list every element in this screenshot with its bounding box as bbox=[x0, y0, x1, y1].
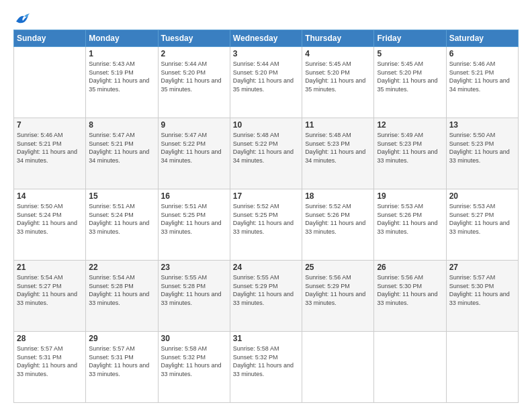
week-row-2: 14Sunrise: 5:50 AMSunset: 5:24 PMDayligh… bbox=[14, 189, 519, 261]
calendar-cell bbox=[302, 332, 374, 403]
calendar-cell: 27Sunrise: 5:57 AMSunset: 5:30 PMDayligh… bbox=[446, 261, 518, 332]
day-number: 24 bbox=[233, 263, 299, 272]
day-info: Sunrise: 5:45 AMSunset: 5:20 PMDaylight:… bbox=[305, 60, 371, 93]
day-number: 7 bbox=[17, 120, 83, 130]
weekday-header-thursday: Thursday bbox=[302, 30, 374, 47]
calendar-cell: 3Sunrise: 5:44 AMSunset: 5:20 PMDaylight… bbox=[230, 47, 302, 118]
calendar-cell: 28Sunrise: 5:57 AMSunset: 5:31 PMDayligh… bbox=[14, 332, 86, 403]
weekday-header-sunday: Sunday bbox=[14, 30, 86, 47]
day-info: Sunrise: 5:51 AMSunset: 5:24 PMDaylight:… bbox=[89, 202, 154, 236]
day-info: Sunrise: 5:53 AMSunset: 5:27 PMDaylight:… bbox=[449, 202, 515, 236]
day-number: 8 bbox=[89, 120, 154, 130]
calendar-cell: 13Sunrise: 5:50 AMSunset: 5:23 PMDayligh… bbox=[446, 118, 518, 189]
day-info: Sunrise: 5:57 AMSunset: 5:31 PMDaylight:… bbox=[89, 345, 154, 378]
calendar-cell: 22Sunrise: 5:54 AMSunset: 5:28 PMDayligh… bbox=[86, 261, 158, 332]
calendar-cell: 17Sunrise: 5:52 AMSunset: 5:25 PMDayligh… bbox=[230, 189, 302, 261]
calendar-cell: 8Sunrise: 5:47 AMSunset: 5:21 PMDaylight… bbox=[86, 118, 158, 189]
day-number: 29 bbox=[89, 334, 154, 343]
day-info: Sunrise: 5:51 AMSunset: 5:25 PMDaylight:… bbox=[161, 202, 227, 236]
day-number: 12 bbox=[377, 120, 443, 130]
day-info: Sunrise: 5:57 AMSunset: 5:30 PMDaylight:… bbox=[449, 273, 515, 307]
calendar-cell: 26Sunrise: 5:56 AMSunset: 5:30 PMDayligh… bbox=[374, 261, 446, 332]
day-info: Sunrise: 5:48 AMSunset: 5:22 PMDaylight:… bbox=[233, 131, 299, 165]
calendar-cell bbox=[374, 332, 446, 403]
weekday-header-row: SundayMondayTuesdayWednesdayThursdayFrid… bbox=[14, 30, 519, 47]
day-number: 22 bbox=[89, 263, 154, 272]
day-info: Sunrise: 5:54 AMSunset: 5:27 PMDaylight:… bbox=[17, 273, 83, 307]
day-number: 19 bbox=[377, 191, 443, 201]
calendar-cell: 29Sunrise: 5:57 AMSunset: 5:31 PMDayligh… bbox=[86, 332, 158, 403]
day-number: 14 bbox=[17, 191, 83, 201]
header bbox=[13, 12, 519, 24]
weekday-header-monday: Monday bbox=[86, 30, 158, 47]
day-number: 20 bbox=[449, 191, 515, 201]
weekday-header-saturday: Saturday bbox=[446, 30, 518, 47]
calendar-table: SundayMondayTuesdayWednesdayThursdayFrid… bbox=[13, 30, 519, 403]
calendar-cell: 10Sunrise: 5:48 AMSunset: 5:22 PMDayligh… bbox=[230, 118, 302, 189]
day-number: 6 bbox=[449, 49, 515, 58]
day-info: Sunrise: 5:45 AMSunset: 5:20 PMDaylight:… bbox=[377, 60, 443, 93]
day-number: 17 bbox=[233, 191, 299, 201]
week-row-3: 21Sunrise: 5:54 AMSunset: 5:27 PMDayligh… bbox=[14, 261, 519, 332]
day-number: 28 bbox=[17, 334, 83, 343]
day-info: Sunrise: 5:55 AMSunset: 5:28 PMDaylight:… bbox=[161, 273, 227, 307]
day-info: Sunrise: 5:56 AMSunset: 5:30 PMDaylight:… bbox=[377, 273, 443, 307]
day-number: 30 bbox=[161, 334, 227, 343]
calendar-cell: 23Sunrise: 5:55 AMSunset: 5:28 PMDayligh… bbox=[158, 261, 230, 332]
day-number: 25 bbox=[305, 263, 371, 272]
day-info: Sunrise: 5:52 AMSunset: 5:26 PMDaylight:… bbox=[305, 202, 371, 236]
day-number: 4 bbox=[305, 49, 371, 58]
calendar-cell: 25Sunrise: 5:56 AMSunset: 5:29 PMDayligh… bbox=[302, 261, 374, 332]
calendar-cell: 19Sunrise: 5:53 AMSunset: 5:26 PMDayligh… bbox=[374, 189, 446, 261]
day-info: Sunrise: 5:55 AMSunset: 5:29 PMDaylight:… bbox=[233, 273, 299, 307]
day-number: 13 bbox=[449, 120, 515, 130]
day-number: 10 bbox=[233, 120, 299, 130]
day-number: 9 bbox=[161, 120, 227, 130]
calendar-cell: 4Sunrise: 5:45 AMSunset: 5:20 PMDaylight… bbox=[302, 47, 374, 118]
calendar-cell: 16Sunrise: 5:51 AMSunset: 5:25 PMDayligh… bbox=[158, 189, 230, 261]
day-number: 15 bbox=[89, 191, 154, 201]
week-row-0: 1Sunrise: 5:43 AMSunset: 5:19 PMDaylight… bbox=[14, 47, 519, 118]
calendar-cell: 24Sunrise: 5:55 AMSunset: 5:29 PMDayligh… bbox=[230, 261, 302, 332]
day-number: 27 bbox=[449, 263, 515, 272]
week-row-4: 28Sunrise: 5:57 AMSunset: 5:31 PMDayligh… bbox=[14, 332, 519, 403]
day-info: Sunrise: 5:47 AMSunset: 5:22 PMDaylight:… bbox=[161, 131, 227, 165]
day-info: Sunrise: 5:43 AMSunset: 5:19 PMDaylight:… bbox=[89, 60, 154, 93]
day-number: 3 bbox=[233, 49, 299, 58]
week-row-1: 7Sunrise: 5:46 AMSunset: 5:21 PMDaylight… bbox=[14, 118, 519, 189]
weekday-header-wednesday: Wednesday bbox=[230, 30, 302, 47]
calendar-cell: 11Sunrise: 5:48 AMSunset: 5:23 PMDayligh… bbox=[302, 118, 374, 189]
day-number: 31 bbox=[233, 334, 299, 343]
calendar-cell: 5Sunrise: 5:45 AMSunset: 5:20 PMDaylight… bbox=[374, 47, 446, 118]
day-number: 23 bbox=[161, 263, 227, 272]
calendar-cell: 6Sunrise: 5:46 AMSunset: 5:21 PMDaylight… bbox=[446, 47, 518, 118]
day-info: Sunrise: 5:58 AMSunset: 5:32 PMDaylight:… bbox=[233, 345, 299, 378]
day-info: Sunrise: 5:54 AMSunset: 5:28 PMDaylight:… bbox=[89, 273, 154, 307]
calendar-cell bbox=[446, 332, 518, 403]
weekday-header-tuesday: Tuesday bbox=[158, 30, 230, 47]
calendar-cell: 1Sunrise: 5:43 AMSunset: 5:19 PMDaylight… bbox=[86, 47, 158, 118]
calendar-cell: 20Sunrise: 5:53 AMSunset: 5:27 PMDayligh… bbox=[446, 189, 518, 261]
calendar-cell: 2Sunrise: 5:44 AMSunset: 5:20 PMDaylight… bbox=[158, 47, 230, 118]
day-info: Sunrise: 5:47 AMSunset: 5:21 PMDaylight:… bbox=[89, 131, 154, 165]
calendar-cell: 9Sunrise: 5:47 AMSunset: 5:22 PMDaylight… bbox=[158, 118, 230, 189]
logo-bird-icon bbox=[15, 12, 30, 24]
calendar-cell bbox=[14, 47, 86, 118]
day-number: 16 bbox=[161, 191, 227, 201]
day-number: 5 bbox=[377, 49, 443, 58]
calendar-cell: 18Sunrise: 5:52 AMSunset: 5:26 PMDayligh… bbox=[302, 189, 374, 261]
day-number: 18 bbox=[305, 191, 371, 201]
day-info: Sunrise: 5:44 AMSunset: 5:20 PMDaylight:… bbox=[233, 60, 299, 93]
calendar-cell: 7Sunrise: 5:46 AMSunset: 5:21 PMDaylight… bbox=[14, 118, 86, 189]
day-info: Sunrise: 5:46 AMSunset: 5:21 PMDaylight:… bbox=[449, 60, 515, 93]
calendar-cell: 12Sunrise: 5:49 AMSunset: 5:23 PMDayligh… bbox=[374, 118, 446, 189]
day-info: Sunrise: 5:49 AMSunset: 5:23 PMDaylight:… bbox=[377, 131, 443, 165]
day-info: Sunrise: 5:52 AMSunset: 5:25 PMDaylight:… bbox=[233, 202, 299, 236]
day-info: Sunrise: 5:44 AMSunset: 5:20 PMDaylight:… bbox=[161, 60, 227, 93]
day-number: 2 bbox=[161, 49, 227, 58]
day-number: 26 bbox=[377, 263, 443, 272]
day-number: 11 bbox=[305, 120, 371, 130]
logo bbox=[13, 12, 30, 24]
day-info: Sunrise: 5:53 AMSunset: 5:26 PMDaylight:… bbox=[377, 202, 443, 236]
calendar-cell: 15Sunrise: 5:51 AMSunset: 5:24 PMDayligh… bbox=[86, 189, 158, 261]
